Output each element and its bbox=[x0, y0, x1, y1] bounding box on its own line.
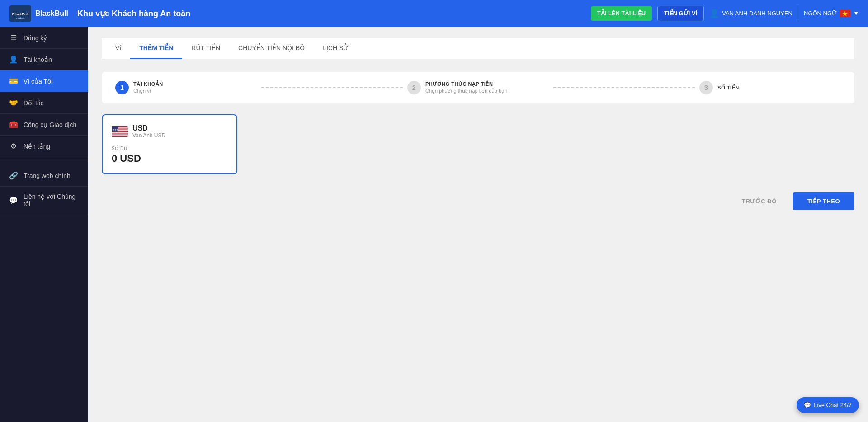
sidebar-item-cong-cu[interactable]: 🧰 Công cụ Giao dịch bbox=[0, 114, 88, 136]
action-buttons: TRƯỚC ĐÓ TIẾP THEO bbox=[102, 192, 854, 210]
step-3: 3 SỐ TIỀN bbox=[699, 81, 841, 94]
header: BlackBull markets BlackBull Khu vực Khác… bbox=[0, 0, 868, 27]
sidebar-item-dang-ky[interactable]: ☰ Đăng ký bbox=[0, 27, 88, 49]
live-chat-button[interactable]: 💬 Live Chat 24/7 bbox=[797, 397, 859, 413]
sidebar-item-lien-he[interactable]: 💬 Liên hệ với Chúng tôi bbox=[0, 187, 88, 214]
next-button[interactable]: TIẾP THEO bbox=[793, 192, 854, 210]
dropdown-arrow-icon: ▼ bbox=[853, 10, 859, 17]
sidebar-item-trang-web[interactable]: 🔗 Trang web chính bbox=[0, 165, 88, 187]
sidebar-label-dang-ky: Đăng ký bbox=[24, 34, 47, 42]
tab-them-tien[interactable]: THÊM TIỀN bbox=[130, 38, 182, 59]
sidebar-item-doi-tac[interactable]: 🤝 Đối tác bbox=[0, 92, 88, 114]
sidebar-label-vi-cua-toi: Ví của Tôi bbox=[24, 78, 52, 85]
step-1-title: TÀI KHOẢN bbox=[133, 81, 257, 87]
header-divider bbox=[798, 7, 798, 20]
sidebar: ☰ Đăng ký 👤 Tài khoản 💳 Ví của Tôi 🤝 Đối… bbox=[0, 27, 88, 422]
svg-rect-11 bbox=[112, 135, 128, 136]
step-1-info: TÀI KHOẢN Chọn ví bbox=[133, 81, 257, 94]
sidebar-label-lien-he: Liên hệ với Chúng tôi bbox=[24, 193, 79, 207]
svg-text:markets: markets bbox=[16, 17, 24, 19]
list-icon: ☰ bbox=[9, 33, 18, 42]
svg-rect-9 bbox=[112, 132, 128, 133]
tab-bar: Ví THÊM TIỀN RÚT TIỀN CHUYỂN TIỀN NỘI BỘ… bbox=[102, 38, 854, 59]
header-title: Khu vực Khách hàng An toàn bbox=[77, 9, 190, 19]
svg-text:BlackBull: BlackBull bbox=[12, 12, 28, 16]
wallet-account-name: Van Anh USD bbox=[132, 132, 165, 139]
svg-rect-10 bbox=[112, 134, 128, 135]
step-2-number: 2 bbox=[407, 81, 421, 94]
account-icon: 👤 bbox=[9, 55, 18, 64]
deposit-button[interactable]: TIẾN GỬI VÍ bbox=[657, 6, 704, 22]
step-2: 2 PHƯƠNG THỨC NẠP TIỀN Chọn phương thức … bbox=[407, 81, 549, 94]
header-right: TẢI LÊN TÀI LIỆU TIẾN GỬI VÍ 👤 VAN ANH D… bbox=[591, 6, 859, 22]
tab-vi[interactable]: Ví bbox=[106, 38, 130, 59]
sidebar-label-nen-tang: Nền tảng bbox=[24, 143, 50, 150]
user-avatar-icon: 👤 bbox=[709, 9, 719, 19]
tab-chuyen-tien[interactable]: CHUYỂN TIỀN NỘI BỘ bbox=[229, 38, 314, 59]
wallet-currency-code: USD bbox=[132, 124, 165, 132]
vietnam-flag-icon bbox=[840, 10, 850, 17]
live-chat-label: Live Chat 24/7 bbox=[814, 402, 852, 408]
logo[interactable]: BlackBull markets BlackBull bbox=[9, 5, 68, 23]
partner-icon: 🤝 bbox=[9, 98, 18, 107]
step-1-number: 1 bbox=[115, 81, 129, 94]
sidebar-label-trang-web: Trang web chính bbox=[24, 172, 71, 179]
step-1-subtitle: Chọn ví bbox=[133, 88, 257, 94]
step-3-info: SỐ TIỀN bbox=[717, 85, 841, 91]
user-info: 👤 VAN ANH DANH NGUYEN bbox=[709, 9, 793, 19]
steps-container: 1 TÀI KHOẢN Chọn ví 2 PHƯƠNG THỨC NẠP TI… bbox=[102, 72, 854, 103]
main-content: Ví THÊM TIỀN RÚT TIỀN CHUYỂN TIỀN NỘI BỘ… bbox=[88, 27, 868, 422]
tools-icon: 🧰 bbox=[9, 120, 18, 129]
wallet-card-usd[interactable]: ★★★ USD Van Anh USD SỐ DƯ 0 USD bbox=[102, 114, 237, 174]
sidebar-item-tai-khoan[interactable]: 👤 Tài khoản bbox=[0, 49, 88, 70]
balance-label: SỐ DƯ bbox=[112, 146, 227, 151]
step-3-title: SỐ TIỀN bbox=[717, 85, 841, 91]
wallet-currency-info: USD Van Anh USD bbox=[132, 124, 165, 139]
sidebar-label-tai-khoan: Tài khoản bbox=[24, 56, 52, 63]
sidebar-item-nen-tang[interactable]: ⚙ Nền tảng bbox=[0, 136, 88, 157]
user-name: VAN ANH DANH NGUYEN bbox=[722, 10, 793, 17]
step-2-info: PHƯƠNG THỨC NẠP TIỀN Chọn phương thức nạ… bbox=[425, 81, 549, 94]
language-label: NGÔN NGỮ bbox=[804, 10, 837, 17]
step-line-2 bbox=[553, 87, 695, 88]
svg-text:★★★: ★★★ bbox=[113, 128, 118, 131]
step-3-number: 3 bbox=[699, 81, 713, 94]
language-selector[interactable]: NGÔN NGỮ ▼ bbox=[804, 10, 859, 17]
prev-button[interactable]: TRƯỚC ĐÓ bbox=[731, 192, 788, 210]
chat-icon: 💬 bbox=[804, 402, 811, 408]
balance-amount: 0 USD bbox=[112, 153, 227, 164]
logo-text: BlackBull bbox=[35, 9, 68, 18]
upload-documents-button[interactable]: TẢI LÊN TÀI LIỆU bbox=[591, 6, 652, 21]
website-icon: 🔗 bbox=[9, 171, 18, 180]
contact-icon: 💬 bbox=[9, 196, 18, 205]
step-2-title: PHƯƠNG THỨC NẠP TIỀN bbox=[425, 81, 549, 87]
wallet-card-header: ★★★ USD Van Anh USD bbox=[112, 124, 227, 139]
sidebar-label-doi-tac: Đối tác bbox=[24, 99, 44, 107]
sidebar-label-cong-cu: Công cụ Giao dịch bbox=[24, 121, 76, 128]
step-line-1 bbox=[261, 87, 403, 88]
sidebar-separator bbox=[0, 161, 88, 161]
step-2-subtitle: Chọn phương thức nạp tiền của bạn bbox=[425, 88, 549, 94]
layout: ☰ Đăng ký 👤 Tài khoản 💳 Ví của Tôi 🤝 Đối… bbox=[0, 27, 868, 422]
sidebar-item-vi-cua-toi[interactable]: 💳 Ví của Tôi bbox=[0, 70, 88, 92]
tab-rut-tien[interactable]: RÚT TIỀN bbox=[182, 38, 229, 59]
usd-flag-icon: ★★★ bbox=[112, 126, 128, 137]
step-1: 1 TÀI KHOẢN Chọn ví bbox=[115, 81, 257, 94]
logo-icon: BlackBull markets bbox=[9, 5, 32, 23]
wallet-icon: 💳 bbox=[9, 77, 18, 85]
platform-icon: ⚙ bbox=[9, 142, 18, 150]
tab-lich-su[interactable]: LỊCH SỬ bbox=[314, 38, 358, 59]
wallets-grid: ★★★ USD Van Anh USD SỐ DƯ 0 USD bbox=[102, 114, 854, 174]
